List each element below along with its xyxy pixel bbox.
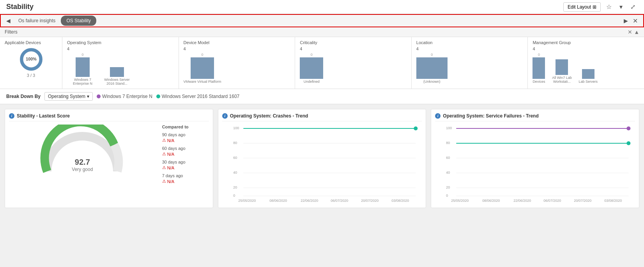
bar-item: 0 Devices (533, 53, 545, 84)
bar-item: 0 VMware Virtual Platform (184, 53, 221, 84)
panel-stability-score: i Stability - Lastest Score 92.7 (5, 109, 213, 208)
bar-devices (533, 57, 545, 79)
y-label-40: 40 (233, 171, 237, 174)
gauge-row-7: 7 days ago ⚠ N/A (162, 173, 209, 184)
filter-os-bars: 0 Windows 7 Enterprise N Windows Server … (67, 53, 174, 85)
bar-item: 0 Windows 7 Enterprise N (67, 53, 98, 85)
filter-mg-count: 4 (533, 46, 639, 51)
gauge-row-60: 60 days ago ⚠ N/A (162, 146, 209, 157)
filter-device-model: Device Model 4 0 VMware Virtual Platform (179, 37, 295, 89)
bar-undefined (300, 57, 323, 79)
y-label-60: 60 (446, 156, 450, 160)
val-30-text: N/A (167, 166, 174, 170)
y-label-100: 100 (233, 126, 239, 130)
star-button[interactable]: ☆ (604, 2, 614, 11)
breakdown-select[interactable]: Operating System ▾ (44, 92, 93, 101)
grid-icon: ⊞ (593, 4, 596, 10)
tab-next-button[interactable]: ▶ (621, 18, 630, 24)
crashes-trend-svg: 100 80 60 40 20 0 25/05/2020 08/06/2020 … (222, 125, 422, 203)
gauge-row-30: 30 days ago ⚠ N/A (162, 160, 209, 170)
y-label-80: 80 (446, 141, 450, 145)
panel-crashes-header: i Operating System: Crashes - Trend (222, 113, 422, 121)
gauge-row-90: 90 days ago ⚠ N/A (162, 132, 209, 143)
bar-winserver-label: Windows Server 2016 Stand... (101, 78, 133, 85)
bar-unknown-label: (Unknown) (423, 80, 441, 84)
bar-unknown (416, 57, 448, 79)
val-60-text: N/A (167, 152, 174, 157)
bar-item: All Win7 Lab Workstati... (548, 53, 575, 84)
filters-close-button[interactable]: ✕ (628, 29, 632, 35)
bar-winserver (110, 67, 124, 77)
period-30: 30 days ago (162, 160, 209, 164)
gauge-wrapper: 92.7 Very good Compared to 90 days ago ⚠… (9, 125, 209, 184)
gauge-label: Very good (39, 167, 125, 172)
y-label-20: 20 (233, 185, 237, 189)
val-60: ⚠ N/A (162, 151, 209, 157)
caret-button[interactable]: ▾ (617, 2, 625, 11)
filters-title: Filters (5, 29, 18, 35)
bar-zero: 0 (431, 53, 433, 57)
bar-labservers (582, 69, 594, 79)
info-icon-crashes: i (222, 113, 228, 119)
x-label-1: 25/05/2020 (451, 199, 469, 203)
failures-dot-purple (627, 126, 631, 130)
gauge-side: Compared to 90 days ago ⚠ N/A 60 days ag… (162, 125, 209, 184)
filter-location: Location 4 0 (Unknown) (412, 37, 528, 89)
header: Stability Edit Layout ⊞ ☆ ▾ ⤢ (0, 0, 644, 14)
bar-zero: 0 (202, 53, 203, 57)
legend-dot-1 (97, 94, 101, 98)
bar-zero: 0 (538, 53, 540, 57)
x-label-2: 08/06/2020 (269, 199, 287, 203)
y-label-60: 60 (233, 156, 237, 160)
bar-item: Lab Servers (579, 57, 598, 84)
bar-vmware-label: VMware Virtual Platform (184, 80, 221, 84)
filters-collapse-button[interactable]: ▲ (634, 29, 639, 35)
bar-vmware (191, 57, 214, 79)
y-label-20: 20 (446, 185, 450, 189)
val-7: ⚠ N/A (162, 179, 209, 184)
filter-mg-title: Management Group (533, 40, 639, 45)
x-label-5: 20/07/2020 (574, 199, 592, 203)
filter-applicable-devices: Applicable Devices 100% 3 / 3 (0, 37, 62, 89)
filter-mg-bars: 0 Devices All Win7 Lab Workstati... Lab … (533, 53, 639, 84)
bar-zero: 0 (81, 53, 83, 57)
filter-crit-title: Criticality (300, 40, 407, 45)
failures-trend-svg: 100 80 60 40 20 0 25/05/2020 08/06/2020 … (435, 125, 635, 203)
filter-dm-title: Device Model (184, 40, 290, 45)
bar-win7 (76, 57, 90, 77)
bar-win7-label: Windows 7 Enterprise N (67, 78, 98, 85)
info-icon-failures: i (435, 113, 441, 119)
x-label-3: 22/06/2020 (301, 199, 318, 203)
edit-layout-button[interactable]: Edit Layout ⊞ (563, 2, 601, 12)
val-30: ⚠ N/A (162, 165, 209, 170)
breakdown-label: Break Down By (6, 94, 41, 99)
tab-os-failure-insights[interactable]: Os failure insights (13, 16, 61, 26)
filter-applicable-devices-title: Applicable Devices (5, 40, 57, 45)
period-60: 60 days ago (162, 146, 209, 151)
val-7-text: N/A (167, 179, 174, 184)
x-label-4: 06/07/2020 (544, 199, 561, 203)
edit-layout-label: Edit Layout (568, 4, 591, 10)
x-label-1: 25/05/2020 (238, 199, 256, 203)
expand-button[interactable]: ⤢ (628, 2, 638, 11)
panel-stability-header: i Stability - Lastest Score (9, 113, 209, 121)
period-90: 90 days ago (162, 132, 209, 137)
bar-item: 0 Undefined (300, 53, 323, 84)
period-7: 7 days ago (162, 173, 209, 178)
compare-title: Compared to (162, 125, 209, 129)
filter-dm-bars: 0 VMware Virtual Platform (184, 53, 290, 84)
gauge-svg-wrap: 92.7 Very good (9, 125, 156, 175)
gauge-container: 92.7 Very good (39, 125, 125, 175)
donut-sub: 3 / 3 (27, 73, 35, 78)
y-label-0: 0 (233, 194, 235, 198)
tab-close-button[interactable]: ✕ (630, 17, 640, 25)
gauge-warning-icon-4: ⚠ (162, 179, 166, 184)
tab-prev-button[interactable]: ◀ (4, 18, 13, 24)
bar-undefined-label: Undefined (304, 80, 320, 84)
y-label-0: 0 (446, 194, 448, 198)
filters-header-actions: ✕ ▲ (628, 29, 639, 35)
tab-os-stability[interactable]: OS Stability (61, 16, 96, 26)
panel-stability-title: Stability - Lastest Score (17, 113, 70, 119)
donut-value: 100% (26, 57, 37, 61)
y-label-40: 40 (446, 171, 450, 174)
